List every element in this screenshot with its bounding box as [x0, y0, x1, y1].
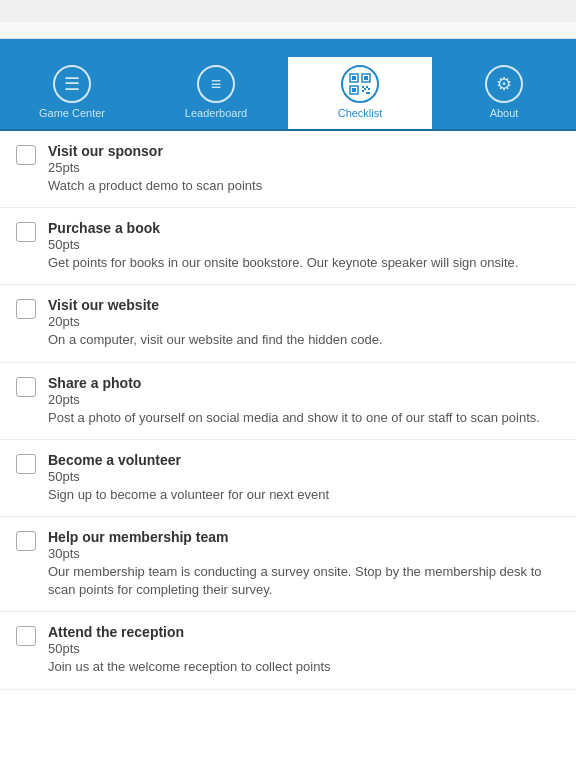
item-title-1: Visit our sponsor [48, 143, 560, 159]
checklist-icon [341, 65, 379, 103]
item-content-6: Help our membership team 30pts Our membe… [48, 529, 560, 599]
checkbox-item-7[interactable] [16, 626, 36, 646]
list-item: Attend the reception 50pts Join us at th… [0, 612, 576, 689]
item-title-5: Become a volunteer [48, 452, 560, 468]
svg-rect-10 [362, 90, 364, 92]
item-desc-2: Get points for books in our onsite books… [48, 254, 560, 272]
checklist: Visit our sponsor 25pts Watch a product … [0, 131, 576, 711]
checkbox-item-3[interactable] [16, 299, 36, 319]
item-desc-5: Sign up to become a volunteer for our ne… [48, 486, 560, 504]
tab-checklist[interactable]: Checklist [288, 57, 432, 129]
item-title-3: Visit our website [48, 297, 560, 313]
tab-leaderboard[interactable]: ≡ Leaderboard [144, 57, 288, 129]
item-pts-5: 50pts [48, 469, 560, 484]
tab-about[interactable]: ⚙ About [432, 57, 576, 129]
list-item: Visit our sponsor 25pts Watch a product … [0, 131, 576, 208]
item-desc-4: Post a photo of yourself on social media… [48, 409, 560, 427]
item-desc-7: Join us at the welcome reception to coll… [48, 658, 560, 676]
item-pts-4: 20pts [48, 392, 560, 407]
item-pts-3: 20pts [48, 314, 560, 329]
item-pts-6: 30pts [48, 546, 560, 561]
about-label: About [490, 107, 519, 119]
checkbox-item-1[interactable] [16, 145, 36, 165]
status-bar [0, 0, 576, 22]
leaderboard-label: Leaderboard [185, 107, 247, 119]
item-content-7: Attend the reception 50pts Join us at th… [48, 624, 560, 676]
item-content-2: Purchase a book 50pts Get points for boo… [48, 220, 560, 272]
svg-rect-7 [366, 86, 368, 88]
svg-rect-8 [364, 88, 366, 90]
stats-bar [0, 39, 576, 57]
list-item: Help our membership team 30pts Our membe… [0, 517, 576, 612]
checkbox-item-6[interactable] [16, 531, 36, 551]
app-title [0, 22, 576, 39]
svg-rect-1 [352, 76, 356, 80]
item-pts-2: 50pts [48, 237, 560, 252]
about-icon: ⚙ [485, 65, 523, 103]
svg-rect-3 [364, 76, 368, 80]
svg-rect-9 [368, 88, 370, 90]
list-item: Visit our website 20pts On a computer, v… [0, 285, 576, 362]
item-desc-6: Our membership team is conducting a surv… [48, 563, 560, 599]
checklist-label: Checklist [338, 107, 383, 119]
checkbox-item-4[interactable] [16, 377, 36, 397]
game-center-label: Game Center [39, 107, 105, 119]
checkbox-item-5[interactable] [16, 454, 36, 474]
svg-rect-5 [352, 88, 356, 92]
game-center-icon: ☰ [53, 65, 91, 103]
item-content-4: Share a photo 20pts Post a photo of your… [48, 375, 560, 427]
svg-rect-11 [366, 92, 370, 94]
svg-rect-6 [362, 86, 364, 88]
item-content-3: Visit our website 20pts On a computer, v… [48, 297, 560, 349]
leaderboard-icon: ≡ [197, 65, 235, 103]
checkbox-item-2[interactable] [16, 222, 36, 242]
item-title-4: Share a photo [48, 375, 560, 391]
list-item: Purchase a book 50pts Get points for boo… [0, 208, 576, 285]
item-desc-1: Watch a product demo to scan points [48, 177, 560, 195]
item-desc-3: On a computer, visit our website and fin… [48, 331, 560, 349]
tab-game-center[interactable]: ☰ Game Center [0, 57, 144, 129]
tab-bar: ☰ Game Center ≡ Leaderboard Checklist ⚙ [0, 57, 576, 131]
item-pts-1: 25pts [48, 160, 560, 175]
item-pts-7: 50pts [48, 641, 560, 656]
item-content-1: Visit our sponsor 25pts Watch a product … [48, 143, 560, 195]
item-title-6: Help our membership team [48, 529, 560, 545]
list-item: Share a photo 20pts Post a photo of your… [0, 363, 576, 440]
item-title-2: Purchase a book [48, 220, 560, 236]
item-title-7: Attend the reception [48, 624, 560, 640]
item-content-5: Become a volunteer 50pts Sign up to beco… [48, 452, 560, 504]
list-item: Become a volunteer 50pts Sign up to beco… [0, 440, 576, 517]
